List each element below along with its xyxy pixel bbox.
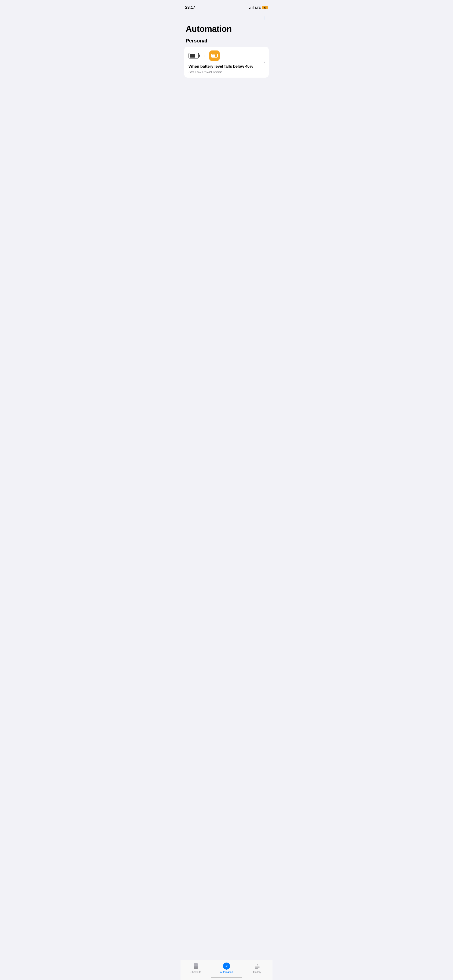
nav-header: +	[180, 12, 273, 23]
signal-bars-icon	[249, 6, 254, 9]
card-subtitle: Set Low Power Mode	[188, 70, 265, 74]
battery-badge: 37	[262, 6, 268, 9]
battery-trigger-icon	[188, 53, 199, 59]
automation-card[interactable]: → When battery level falls below 40% Set…	[184, 47, 269, 78]
low-power-mode-icon	[209, 51, 220, 61]
page-title: Automation	[180, 23, 273, 38]
section-title: Personal	[180, 38, 273, 47]
card-icons-row: →	[188, 51, 265, 61]
card-chevron-icon: ›	[264, 60, 265, 64]
card-title: When battery level falls below 40%	[188, 64, 265, 69]
status-time: 23:17	[185, 5, 195, 10]
arrow-icon: →	[202, 53, 206, 59]
lte-indicator: LTE	[255, 6, 261, 10]
status-icons: LTE 37	[249, 6, 268, 10]
status-bar: 23:17 LTE 37	[180, 0, 273, 12]
add-button[interactable]: +	[262, 14, 268, 22]
